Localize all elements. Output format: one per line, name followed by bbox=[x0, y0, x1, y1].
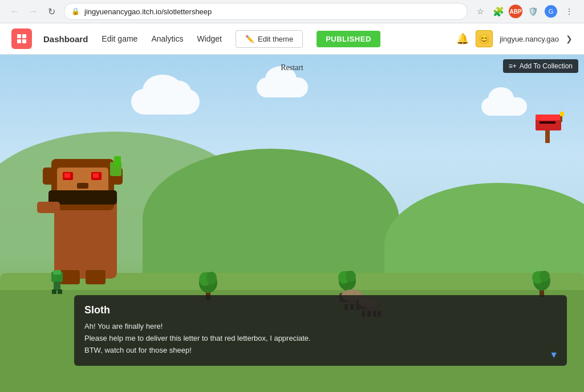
svg-rect-30 bbox=[53, 270, 61, 275]
dialog-box: Sloth Ah! You are finally here! Please h… bbox=[74, 295, 567, 365]
svg-rect-32 bbox=[52, 289, 56, 294]
browser-actions: ☆ 🧩 ABP 🛡️ G ⋮ bbox=[472, 3, 577, 19]
menu-button[interactable]: ⋮ bbox=[561, 3, 577, 19]
collection-icon: ≡+ bbox=[509, 62, 517, 70]
svg-rect-26 bbox=[37, 202, 60, 213]
sloth-character-svg bbox=[26, 136, 140, 301]
svg-rect-9 bbox=[560, 112, 564, 116]
bookmark-button[interactable]: ☆ bbox=[472, 3, 488, 19]
svg-rect-1 bbox=[22, 34, 26, 38]
forward-button[interactable]: → bbox=[25, 3, 41, 19]
svg-rect-21 bbox=[43, 168, 57, 185]
notification-bell[interactable]: 🔔 bbox=[456, 32, 469, 45]
browser-toolbar: ← → ↻ 🔒 jingyuenancygao.itch.io/slotlett… bbox=[0, 0, 584, 23]
cloud-3 bbox=[481, 97, 527, 116]
dashboard-link[interactable]: Dashboard bbox=[43, 34, 88, 44]
chevron-down-icon[interactable]: ❯ bbox=[566, 34, 573, 43]
edit-theme-button[interactable]: ✏️ Edit theme bbox=[236, 30, 303, 48]
svg-point-41 bbox=[346, 271, 356, 282]
svg-rect-18 bbox=[93, 173, 99, 178]
add-collection-label: Add To Collection bbox=[520, 62, 573, 70]
cloud-2 bbox=[257, 77, 308, 97]
abp-extension[interactable]: ABP bbox=[509, 5, 522, 18]
analytics-link[interactable]: Analytics bbox=[151, 34, 183, 43]
store-icon bbox=[16, 33, 27, 44]
dialog-line-1: Ah! You are finally here! bbox=[84, 322, 163, 330]
browser-chrome: ← → ↻ 🔒 jingyuenancygao.itch.io/slotlett… bbox=[0, 0, 584, 23]
cloud-1 bbox=[131, 89, 200, 115]
svg-rect-6 bbox=[540, 121, 555, 124]
published-label: PUBLISHED bbox=[326, 35, 371, 43]
address-bar[interactable]: 🔒 jingyuenancygao.itch.io/slotlettershee… bbox=[64, 3, 468, 20]
svg-rect-0 bbox=[17, 34, 21, 38]
tree-3 bbox=[531, 270, 553, 298]
app-nav: Dashboard Edit game Analytics Widget ✏️ … bbox=[43, 30, 445, 48]
hill-far-2 bbox=[143, 149, 399, 291]
game-container: Restart ≡+ Add To Collection bbox=[0, 55, 584, 392]
dialog-line-2: Please help me to deliver this letter to… bbox=[84, 334, 311, 342]
dialog-character-name: Sloth bbox=[84, 304, 557, 316]
svg-point-45 bbox=[540, 271, 550, 282]
user-name[interactable]: jingyue.nancy.gao bbox=[500, 35, 559, 43]
browser-nav-buttons: ← → ↻ bbox=[7, 3, 59, 19]
puzzle-icon: 🧩 bbox=[493, 6, 504, 17]
pencil-icon: ✏️ bbox=[245, 35, 254, 43]
svg-rect-28 bbox=[114, 156, 121, 166]
letterbox bbox=[533, 109, 564, 143]
published-button[interactable]: PUBLISHED bbox=[317, 31, 380, 47]
letterbox-svg bbox=[533, 109, 564, 143]
extensions-button[interactable]: 🧩 bbox=[490, 3, 506, 19]
restart-text[interactable]: Restart bbox=[281, 63, 303, 72]
profile-extension[interactable]: G bbox=[543, 3, 559, 19]
edit-theme-label: Edit theme bbox=[258, 35, 293, 43]
svg-rect-19 bbox=[77, 183, 88, 189]
shield-extension[interactable]: 🛡️ bbox=[525, 3, 541, 19]
svg-rect-2 bbox=[17, 39, 21, 43]
svg-point-37 bbox=[206, 272, 217, 284]
back-button[interactable]: ← bbox=[7, 3, 23, 19]
widget-link[interactable]: Widget bbox=[197, 34, 222, 43]
dialog-text: Ah! You are finally here! Please help me… bbox=[84, 321, 557, 356]
header-right: 🔔 😊 jingyue.nancy.gao ❯ bbox=[456, 30, 573, 47]
small-character-svg bbox=[47, 269, 67, 295]
svg-rect-7 bbox=[536, 115, 561, 120]
user-avatar[interactable]: 😊 bbox=[476, 30, 493, 47]
add-collection-button[interactable]: ≡+ Add To Collection bbox=[503, 59, 578, 73]
dialog-line-3: BTW, watch out for those sheep! bbox=[84, 346, 192, 354]
lock-icon: 🔒 bbox=[71, 7, 80, 15]
dialog-arrow: ▼ bbox=[549, 350, 558, 360]
svg-rect-31 bbox=[54, 281, 60, 291]
svg-rect-25 bbox=[86, 270, 106, 284]
edit-game-link[interactable]: Edit game bbox=[102, 34, 137, 43]
svg-rect-3 bbox=[22, 39, 26, 43]
profile-icon: G bbox=[545, 5, 557, 18]
url-text: jingyuenancygao.itch.io/slotlettersheep bbox=[84, 7, 460, 16]
svg-rect-17 bbox=[64, 173, 70, 178]
reload-button[interactable]: ↻ bbox=[43, 3, 59, 19]
svg-rect-33 bbox=[58, 289, 62, 294]
app-header: Dashboard Edit game Analytics Widget ✏️ … bbox=[0, 23, 584, 55]
app-logo[interactable] bbox=[11, 28, 32, 49]
